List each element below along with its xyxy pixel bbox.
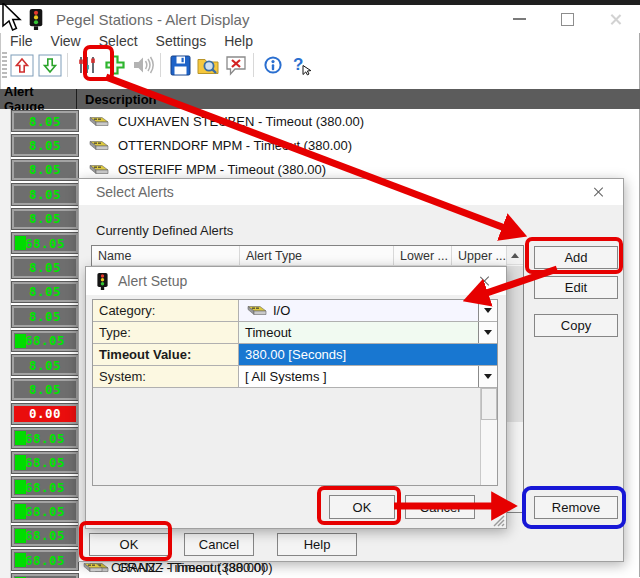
- io-device-icon: [87, 139, 109, 152]
- resize-grip[interactable]: [492, 514, 505, 527]
- lower-window-button[interactable]: [37, 52, 63, 79]
- gauge-cell: 8.05: [12, 355, 78, 375]
- close-button[interactable]: [598, 7, 632, 31]
- list-scrollbar[interactable]: [506, 246, 523, 512]
- row-margin: [0, 280, 11, 304]
- column-header-alert-gauge[interactable]: Alert Gauge: [0, 89, 77, 109]
- menu-view[interactable]: View: [42, 33, 90, 49]
- row-margin: [0, 353, 11, 377]
- ok-button[interactable]: OK: [89, 533, 169, 556]
- col-alert-type[interactable]: Alert Type: [240, 246, 394, 265]
- gauge-cell: 68.05: [12, 331, 78, 351]
- gauge-value: 8.05: [29, 260, 61, 275]
- row-margin: [0, 475, 11, 499]
- gauge-fill-bar: [15, 334, 26, 348]
- alert-setup-dialog: Alert Setup Category: I/O Type: Timeout: [85, 266, 507, 529]
- table-row[interactable]: 8.05 CUXHAVEN STEUBEN - Timeout (380.00): [0, 109, 640, 133]
- edit-button[interactable]: Edit: [534, 276, 618, 299]
- alert-setup-titlebar: Alert Setup: [86, 267, 506, 295]
- save-button[interactable]: [167, 52, 193, 79]
- remove-button[interactable]: Remove: [534, 496, 618, 519]
- gauge-fill-bar: [15, 236, 26, 250]
- ok-button[interactable]: OK: [329, 495, 395, 519]
- menu-settings[interactable]: Settings: [147, 33, 216, 49]
- system-dropdown-button[interactable]: [478, 366, 497, 387]
- gauge-fill-bar: [15, 553, 26, 567]
- table-row[interactable]: 8.05 OTTERNDORF MPM - Timeout (380.00): [0, 133, 640, 157]
- menu-file[interactable]: File: [0, 33, 42, 49]
- alert-setup-panel: Category: I/O Type: Timeout Timeout Valu…: [92, 299, 498, 486]
- col-upper[interactable]: Upper ...: [452, 246, 507, 265]
- chevron-down-icon: [484, 330, 492, 335]
- gauge-cell: 68.05: [12, 550, 78, 570]
- chevron-down-icon: [484, 308, 492, 313]
- save-floppy-icon: [170, 55, 191, 76]
- col-lower[interactable]: Lower ...: [394, 246, 452, 265]
- speaker-icon: [131, 54, 155, 76]
- type-value[interactable]: Timeout: [239, 322, 497, 343]
- cancel-button[interactable]: Cancel: [405, 495, 475, 519]
- gauge-cell: 8.05: [12, 379, 78, 399]
- window-up-icon: [10, 54, 34, 77]
- gauge-value: 8.05: [29, 138, 61, 153]
- gauge-cell: 8.05: [12, 306, 78, 326]
- scroll-up-button[interactable]: [507, 246, 523, 265]
- menu-select[interactable]: Select: [90, 33, 147, 49]
- row-margin: [0, 499, 11, 523]
- gauge-cell: 8.05: [12, 111, 78, 131]
- row-margin: [0, 231, 11, 255]
- gauge-value: 68.05: [25, 528, 65, 543]
- grid-scrollbar[interactable]: [480, 388, 497, 485]
- cancel-button[interactable]: Cancel: [184, 533, 254, 556]
- gauge-cell: 68.05: [12, 428, 78, 448]
- description-text: OTTERNDORF MPM - Timeout (380.00): [118, 138, 352, 153]
- copy-button[interactable]: Copy: [534, 314, 618, 337]
- toolbar-separator: [160, 53, 161, 77]
- clear-alerts-button[interactable]: [223, 52, 249, 79]
- close-icon[interactable]: [479, 275, 491, 287]
- gauge-cell: 0.00: [12, 404, 78, 424]
- toolbar-gripper[interactable]: [2, 52, 7, 78]
- type-dropdown-button[interactable]: [478, 322, 497, 343]
- sound-button[interactable]: [130, 52, 156, 79]
- gauge-value: 68.05: [25, 553, 65, 568]
- context-help-button[interactable]: ?: [288, 52, 314, 79]
- row-margin: [0, 572, 11, 578]
- add-button[interactable]: Add: [534, 246, 618, 269]
- io-device-icon: [87, 115, 109, 128]
- close-icon[interactable]: [593, 186, 605, 198]
- column-header-description[interactable]: Description: [77, 92, 157, 107]
- system-value[interactable]: [ All Systems ]: [239, 366, 497, 387]
- category-dropdown-button[interactable]: [478, 300, 497, 321]
- scrollbar-thumb[interactable]: [481, 388, 497, 420]
- traffic-light-icon: [96, 273, 109, 290]
- add-alert-button[interactable]: [102, 52, 128, 79]
- toolbar-separator: [67, 53, 68, 77]
- info-icon: [263, 54, 283, 76]
- minimize-icon: [513, 18, 526, 20]
- help-button[interactable]: Help: [277, 533, 357, 556]
- menu-help[interactable]: Help: [215, 33, 262, 49]
- svg-text:?: ?: [293, 55, 303, 74]
- raise-window-button[interactable]: [9, 52, 35, 79]
- system-label: System:: [93, 366, 239, 387]
- category-value[interactable]: I/O: [239, 300, 497, 321]
- info-button[interactable]: [260, 52, 286, 79]
- timeout-value-row: Timeout Value: 380.00 [Seconds]: [93, 344, 497, 366]
- row-margin: [0, 109, 11, 133]
- gauge-cell: 8.05: [12, 257, 78, 277]
- timeout-value-field[interactable]: 380.00 [Seconds]: [239, 344, 497, 365]
- minimize-button[interactable]: [502, 7, 536, 31]
- row-margin: [0, 450, 11, 474]
- maximize-button[interactable]: [550, 7, 584, 31]
- alerts-list-header: Name Alert Type Lower ... Upper ...: [92, 246, 523, 266]
- col-name[interactable]: Name: [92, 246, 240, 265]
- find-button[interactable]: [195, 52, 221, 79]
- io-device-icon: [81, 561, 103, 574]
- dialog-title: Alert Setup: [118, 273, 187, 289]
- traffic-light-app-icon: [28, 9, 44, 30]
- description-text: OSTERIFF MPM - Timeout (380.00): [118, 162, 326, 177]
- row-margin: [0, 133, 11, 157]
- scrollbar-thumb[interactable]: [507, 266, 523, 422]
- filter-settings-button[interactable]: [74, 52, 100, 79]
